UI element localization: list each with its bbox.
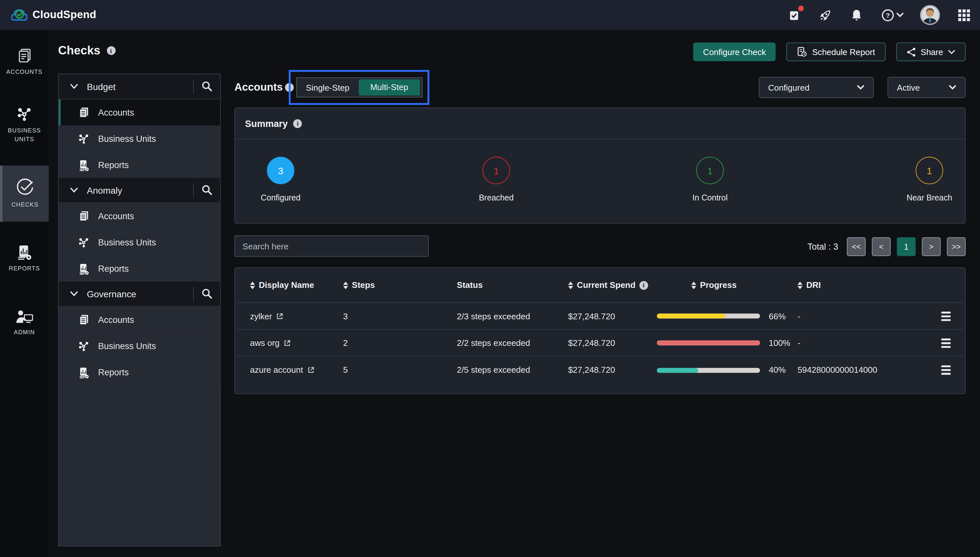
- sidebar-item-label: Accounts: [98, 211, 134, 221]
- cloudspend-app: CloudSpend ?: [0, 0, 980, 557]
- sidebar-item-governance-business-units[interactable]: Business Units: [59, 333, 220, 359]
- sort-icon[interactable]: [250, 282, 255, 289]
- rail-item-admin[interactable]: ADMIN: [0, 300, 49, 345]
- apps-grid-icon[interactable]: [956, 7, 971, 22]
- sidebar-group-budget[interactable]: Budget: [59, 75, 220, 99]
- rail-label: ADMIN: [14, 328, 35, 337]
- tasks-icon[interactable]: [786, 7, 801, 22]
- pagination-next-button[interactable]: >: [922, 237, 941, 256]
- active-filter-value: Active: [897, 83, 920, 92]
- column-label: DRI: [806, 280, 821, 290]
- admin-person-icon: [15, 309, 34, 324]
- external-link-icon[interactable]: [276, 313, 283, 319]
- bell-icon[interactable]: [849, 7, 864, 22]
- info-icon[interactable]: i: [293, 119, 302, 128]
- account-name-link[interactable]: aws org: [250, 338, 279, 347]
- rail-label: CHECKS: [11, 201, 38, 210]
- steps-value: 5: [343, 365, 457, 375]
- table-row[interactable]: azure account 5 2/5 steps exceeded $27,2…: [235, 357, 965, 383]
- stat-circle: 1: [916, 157, 943, 184]
- pagination-page-1-button[interactable]: 1: [897, 237, 916, 256]
- sidebar-item-label: Reports: [98, 160, 129, 170]
- sidebar-item-budget-business-units[interactable]: Business Units: [59, 125, 220, 152]
- row-menu-icon[interactable]: [941, 338, 951, 347]
- sidebar-group-anomaly[interactable]: Anomaly: [59, 178, 220, 203]
- summary-card: Summary i 3 Configured 1 Breached 1 In C…: [234, 107, 965, 224]
- pagination-last-button[interactable]: >>: [947, 237, 966, 256]
- sidebar-item-anomaly-business-units[interactable]: Business Units: [59, 229, 220, 256]
- column-steps[interactable]: Steps: [343, 280, 457, 290]
- sort-icon[interactable]: [797, 282, 802, 289]
- top-bar: CloudSpend ?: [0, 0, 980, 30]
- search-icon[interactable]: [201, 184, 212, 195]
- column-dri[interactable]: DRI: [797, 280, 941, 290]
- sidebar-item-governance-reports[interactable]: Reports: [59, 359, 220, 385]
- pagination-prev-button[interactable]: <: [872, 237, 890, 256]
- sort-icon[interactable]: [343, 282, 348, 289]
- column-status: Status: [457, 280, 568, 290]
- dri-value: -: [797, 338, 941, 347]
- schedule-report-button[interactable]: Schedule Report: [787, 42, 886, 61]
- row-menu-icon[interactable]: [941, 311, 951, 321]
- chevron-down-icon: [948, 50, 955, 54]
- account-name-link[interactable]: zylker: [250, 311, 272, 321]
- help-menu[interactable]: ?: [880, 7, 903, 22]
- search-icon[interactable]: [201, 288, 212, 299]
- sidebar-item-governance-accounts[interactable]: Accounts: [59, 307, 220, 333]
- configured-filter-dropdown[interactable]: Configured: [759, 77, 874, 98]
- checks-circle-icon: [16, 178, 34, 197]
- sidebar-group-governance[interactable]: Governance: [59, 282, 220, 307]
- column-display-name[interactable]: Display Name: [250, 280, 343, 290]
- pagination-first-button[interactable]: <<: [847, 237, 866, 256]
- stat-value: 1: [707, 165, 713, 176]
- share-label: Share: [921, 47, 943, 57]
- info-icon[interactable]: i: [639, 281, 648, 290]
- rail-item-checks[interactable]: CHECKS: [0, 166, 49, 222]
- reports-chart-icon: [77, 159, 90, 171]
- search-icon[interactable]: [201, 81, 212, 92]
- account-name-link[interactable]: azure account: [250, 365, 303, 375]
- sort-icon[interactable]: [691, 282, 696, 289]
- rail-item-accounts[interactable]: ACCOUNTS: [0, 39, 49, 85]
- table-row[interactable]: aws org 2 2/2 steps exceeded $27,248.720…: [235, 330, 965, 357]
- table-row[interactable]: zylker 3 2/3 steps exceeded $27,248.720 …: [235, 303, 965, 330]
- column-progress[interactable]: Progress: [657, 280, 797, 290]
- current-spend-value: $27,248.720: [568, 365, 657, 375]
- search-box: [234, 235, 429, 257]
- column-current-spend[interactable]: Current Spend i: [568, 280, 657, 290]
- rail-item-reports[interactable]: REPORTS: [0, 235, 49, 282]
- share-button[interactable]: Share: [897, 42, 966, 61]
- sidebar-item-anomaly-reports[interactable]: Reports: [59, 256, 220, 282]
- sort-icon[interactable]: [568, 282, 573, 289]
- summary-title: Summary: [245, 118, 288, 129]
- rail-item-business-units[interactable]: BUSINESS UNITS: [0, 97, 49, 152]
- configure-check-button[interactable]: Configure Check: [693, 42, 776, 61]
- progress-bar: [657, 340, 760, 345]
- stat-near-breach: 1 Near Breach: [895, 157, 964, 202]
- annotation-highlight-box: [289, 70, 430, 105]
- sidebar-item-budget-accounts[interactable]: Accounts: [59, 99, 220, 125]
- accounts-doc-icon: [77, 210, 90, 223]
- brand-logo[interactable]: CloudSpend: [11, 8, 96, 22]
- status-value: 2/3 steps exceeded: [457, 311, 568, 321]
- progress-bar: [657, 313, 760, 318]
- checks-sidebar: Budget Accounts Business Units Reports A…: [58, 74, 220, 547]
- progress-percent: 40%: [769, 365, 786, 375]
- topbar-actions: ?: [786, 0, 971, 30]
- divider: [193, 287, 194, 301]
- search-input[interactable]: [242, 241, 421, 251]
- page-title-row: Checks i: [58, 44, 115, 57]
- external-link-icon[interactable]: [307, 366, 314, 373]
- rocket-icon[interactable]: [818, 7, 833, 22]
- help-icon: ?: [880, 7, 895, 22]
- external-link-icon[interactable]: [284, 339, 291, 346]
- status-value: 2/2 steps exceeded: [457, 338, 568, 347]
- sidebar-item-anomaly-accounts[interactable]: Accounts: [59, 203, 220, 229]
- info-icon[interactable]: i: [107, 46, 115, 55]
- user-avatar[interactable]: [920, 5, 940, 25]
- row-menu-icon[interactable]: [941, 365, 951, 375]
- sidebar-item-budget-reports[interactable]: Reports: [59, 152, 220, 178]
- filter-dropdowns: Configured Active: [759, 77, 965, 98]
- summary-header: Summary i: [235, 108, 965, 139]
- active-filter-dropdown[interactable]: Active: [888, 77, 966, 98]
